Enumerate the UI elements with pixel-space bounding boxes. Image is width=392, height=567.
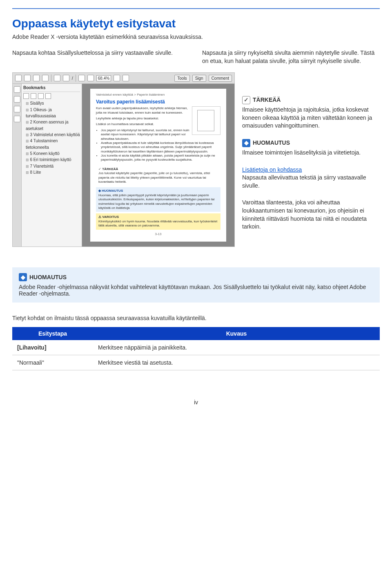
page-list-item: Avattua paperipakkausta ei tule säilyttä… — [101, 141, 220, 154]
check-icon: ✓ — [242, 96, 250, 104]
print-icon[interactable] — [33, 75, 40, 81]
sign-button[interactable]: Sign — [192, 75, 206, 82]
huomautus-body: Adobe Reader -ohjelmassa näkyvät kohdat … — [19, 284, 373, 297]
warning-callout: Varoittaa tilanteesta, joka voi aiheutta… — [242, 199, 380, 231]
save-icon[interactable] — [24, 75, 31, 81]
huomautus-box: ◆ HUOMAUTUS Adobe Reader -ohjelmassa näk… — [12, 267, 380, 303]
important-callout-body: Ilmaisee käyttöehtoja ja rajoituksia, jo… — [242, 106, 380, 130]
info-callout-body: Ilmaisee toimintojen lisäselityksiä ja v… — [242, 149, 380, 157]
zoom-in-icon[interactable] — [87, 75, 94, 81]
adobe-nav-strip — [13, 84, 22, 246]
adobe-page-area: Valmistelut ennen käyttöä > Paperin lisä… — [82, 84, 234, 246]
pdf-page-number: 3-13 — [96, 232, 220, 236]
bookmarks-icon[interactable] — [14, 96, 20, 103]
bookmark-item[interactable]: 4 Tulostaminen tietokoneelta — [23, 138, 80, 150]
intro-text: Adobe Reader X -versiota käytetään esime… — [12, 34, 380, 40]
adobe-toolbar: / 68.4% Tools Sign Comment — [13, 73, 234, 84]
callout-right: Napsauta ja siirry nykyiseltä sivulta ai… — [202, 49, 380, 65]
next-page-icon[interactable] — [63, 75, 69, 81]
zoom-field[interactable]: 68.4% — [96, 75, 111, 81]
separator — [51, 74, 51, 82]
link-text[interactable]: Lisätietoja on kohdassa — [242, 166, 302, 173]
info-callout: ◆ HUOMAUTUS Ilmaisee toimintojen lisäsel… — [242, 139, 380, 157]
tools-button[interactable]: Tools — [174, 75, 189, 82]
conventions-table: Esitystapa Kuvaus [Lihavoitu] Merkitsee … — [12, 327, 380, 370]
prev-page-icon[interactable] — [54, 75, 60, 81]
info-body: Huomaa, että jotkin paperityypit pyrkivä… — [98, 193, 218, 211]
callout-left: Napsauta kohtaa Sisällysluettelossa ja s… — [12, 49, 190, 65]
bm-expand-icon[interactable] — [38, 93, 44, 99]
info-note: HUOMAUTUS Huomaa, että jotkin paperityyp… — [96, 187, 220, 212]
bookmark-item[interactable]: 8 Liite — [23, 169, 80, 176]
important-note: TÄRKEÄÄ Jos tulostat käytetylle paperill… — [96, 166, 220, 186]
cell-desc: Merkitsee näppäimiä ja painikkeita. — [93, 340, 380, 355]
comment-button[interactable]: Comment — [209, 75, 232, 82]
paper-illustration — [192, 106, 220, 135]
breadcrumb: Valmistelut ennen käyttöä > Paperin lisä… — [96, 93, 220, 96]
page-footer-number: iv — [12, 399, 380, 406]
cell-normal: "Normaali" — [12, 355, 93, 370]
bookmark-item[interactable]: 1 Oikeus- ja turvallisuusasiaa — [23, 107, 80, 119]
zoom-out-icon[interactable] — [78, 75, 85, 81]
important-head: TÄRKEÄÄ — [98, 167, 218, 171]
bookmarks-list: Sisällys 1 Oikeus- ja turvallisuusasiaa … — [23, 100, 80, 176]
th-kuvaus: Kuvaus — [93, 327, 380, 340]
bookmark-item[interactable]: 2 Koneen asennus ja asetukset — [23, 119, 80, 132]
link-callout: Lisätietoja on kohdassa Napsauta allevii… — [242, 166, 380, 190]
separator — [76, 74, 76, 82]
warning-head: VAROITUS — [98, 215, 218, 219]
bookmark-item[interactable]: 6 Eri toimintojen käyttö — [23, 157, 80, 163]
cell-bold: [Lihavoitu] — [17, 344, 47, 351]
bookmark-item[interactable]: 5 Koneen käyttö — [23, 150, 80, 157]
cell-desc: Merkitsee viestiä tai asetusta. — [93, 355, 380, 370]
bookmark-item[interactable]: 3 Valmistelut ennen käyttöä — [23, 132, 80, 138]
warning-note: VAROITUS Kiinnitysyksikkö on hyvin kuuma… — [96, 213, 220, 229]
page-title: Oppaassa käytetyt esitystavat — [12, 17, 380, 30]
diamond-icon: ◆ — [19, 273, 27, 281]
info-callout-head: HUOMAUTUS — [253, 139, 290, 147]
mail-icon[interactable] — [42, 75, 49, 81]
attachments-icon[interactable] — [14, 106, 20, 112]
fit-width-icon[interactable] — [122, 75, 129, 81]
page-heading: Varoitus paperin lisäämisestä — [96, 99, 220, 105]
open-icon[interactable] — [15, 75, 22, 81]
table-row: "Normaali" Merkitsee viestiä tai asetust… — [12, 355, 380, 370]
thumbnails-icon[interactable] — [14, 86, 20, 93]
diamond-icon: ◆ — [242, 139, 250, 147]
important-body: Jos tulostat käytetylle paperille (paper… — [98, 171, 218, 184]
adobe-reader-window: / 68.4% Tools Sign Comment — [12, 72, 235, 247]
pdf-page: Valmistelut ennen käyttöä > Paperin lisä… — [90, 89, 226, 241]
tail-text: Tietyt kohdat on ilmaistu tässä oppaassa… — [12, 315, 380, 321]
warning-body: Kiinnitysyksikkö on hyvin kuuma. Noudata… — [98, 220, 218, 228]
fit-icon[interactable] — [114, 75, 120, 81]
bm-new-icon[interactable] — [31, 93, 36, 99]
top-rule — [12, 8, 380, 9]
info-head: HUOMAUTUS — [98, 189, 218, 193]
bookmark-item[interactable]: 7 Vianetsintä — [23, 163, 80, 170]
bookmarks-panel-label: Bookmarks — [23, 85, 80, 92]
link-body: Napsauta alleviivattua tekstiä ja siirry… — [242, 174, 380, 190]
important-callout-head: TÄRKEÄÄ — [253, 96, 281, 104]
huomautus-head: HUOMAUTUS — [29, 274, 67, 280]
important-callout: ✓ TÄRKEÄÄ Ilmaisee käyttöehtoja ja rajoi… — [242, 96, 380, 130]
bookmarks-panel: Bookmarks Sisällys 1 Oikeus- ja turvalli… — [22, 84, 82, 246]
page-list-item: Jos konetta ei aiota käyttää pitkään aik… — [101, 154, 220, 162]
th-esitystapa: Esitystapa — [12, 327, 93, 340]
bookmark-item[interactable]: Sisällys — [23, 100, 80, 107]
signatures-icon[interactable] — [14, 116, 20, 122]
page-field[interactable]: / — [72, 76, 73, 81]
bm-find-icon[interactable] — [45, 93, 51, 99]
warning-callout-body: Varoittaa tilanteesta, joka voi aiheutta… — [242, 199, 380, 231]
bm-options-icon[interactable] — [23, 93, 29, 99]
table-row: [Lihavoitu] Merkitsee näppäimiä ja paini… — [12, 340, 380, 355]
